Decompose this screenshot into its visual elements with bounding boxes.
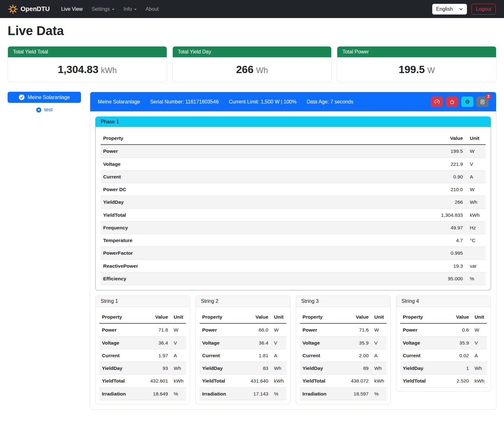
table-row: Irradiation18.597% [300, 387, 387, 400]
string-card-4: String 4 Property Value Unit [396, 296, 491, 392]
value-cell: 1,304.833 [319, 209, 465, 221]
property-cell: Current [400, 349, 444, 362]
table-row: YieldTotal438.072kWh [300, 375, 387, 387]
nav-item-settings[interactable]: Settings [87, 4, 119, 15]
sun-logo-icon [8, 4, 18, 14]
value-cell: 438.072 [340, 375, 371, 387]
property-cell: Temperature [101, 234, 319, 247]
page-title: Live Data [8, 24, 496, 38]
column-header-value: Value [319, 132, 465, 145]
navbar: OpenDTU Live View Settings Info About En… [0, 0, 504, 18]
brand[interactable]: OpenDTU [8, 4, 50, 14]
journal-text-icon [480, 99, 485, 104]
value-cell: 18.597 [340, 387, 371, 400]
string-card-3: String 3 Property Value Unit [296, 296, 391, 404]
unit-cell: % [171, 387, 186, 400]
unit-cell: Hz [465, 221, 486, 234]
property-cell: Efficiency [101, 272, 319, 285]
inverter-select-button-meine-solaranlage[interactable]: Meine Solaranlage [8, 92, 81, 103]
inverter-select-button-test[interactable]: test [8, 105, 81, 114]
value-cell: 2.00 [340, 349, 371, 362]
strings-row: String 1 Property Value Unit [95, 296, 491, 404]
limit-settings-button[interactable] [431, 97, 443, 107]
inverter-panel-header: Meine Solaranlage Serial Number: 1161716… [90, 92, 496, 111]
value-cell: 36.4 [240, 336, 271, 349]
power-button[interactable] [446, 97, 458, 107]
table-row: Irradiation17.143% [200, 387, 286, 400]
unit-cell: kWh [471, 375, 487, 387]
logout-button[interactable]: Logout [471, 4, 496, 15]
column-header-unit: Unit [271, 311, 286, 323]
value-cell: 0.02 [444, 349, 471, 362]
nav-item-info[interactable]: Info [119, 4, 141, 15]
summary-card-total-yield-day: Total Yield Day 266Wh [172, 46, 332, 82]
property-cell: Voltage [400, 336, 444, 349]
nav-item-live-view[interactable]: Live View [57, 4, 87, 15]
summary-card-title: Total Yield Day [173, 47, 332, 57]
unit-cell: V [471, 336, 487, 349]
string-table: Property Value Unit Power0.6WVoltage35.9… [400, 311, 487, 388]
language-select[interactable]: English [432, 4, 467, 15]
column-header-value: Value [444, 311, 471, 323]
property-cell: Power [99, 323, 139, 336]
string-card-title: String 3 [296, 296, 390, 307]
unit-cell: W [271, 323, 286, 336]
summary-card-value: 266 [236, 64, 253, 75]
value-cell: 1.97 [139, 349, 171, 362]
unit-cell: kWh [271, 375, 286, 387]
value-cell: 0.995 [319, 247, 465, 259]
value-cell: 18.649 [139, 387, 171, 400]
unit-cell: % [271, 387, 286, 400]
unit-cell: var [465, 259, 486, 272]
table-row: Irradiation18.649% [99, 387, 186, 400]
unit-cell: W [471, 323, 487, 336]
value-cell: 0.6 [444, 323, 471, 336]
summary-card-unit: Wh [256, 66, 268, 75]
column-header-property: Property [400, 311, 444, 323]
value-cell: 210.0 [319, 183, 465, 196]
table-row: Voltage36.4V [200, 336, 286, 349]
inverter-panel: Meine Solaranlage Serial Number: 1161716… [90, 92, 496, 410]
column-header-value: Value [340, 311, 371, 323]
property-cell: YieldTotal [300, 375, 340, 387]
table-row: Power71.6W [300, 323, 387, 336]
column-header-unit: Unit [371, 311, 387, 323]
unit-cell: % [371, 387, 387, 400]
device-info-button[interactable] [461, 97, 473, 107]
value-cell: 221.9 [319, 158, 465, 170]
unit-cell: W [465, 183, 486, 196]
property-cell: ReactivePower [101, 259, 319, 272]
unit-cell: Wh [465, 196, 486, 209]
table-row: Voltage221.9V [101, 158, 486, 170]
unit-cell: V [465, 158, 486, 170]
property-cell: Power [200, 323, 240, 336]
property-cell: Irradiation [300, 387, 340, 400]
unit-cell: Wh [371, 362, 387, 375]
event-log-button[interactable]: 2 [476, 97, 488, 107]
table-row: YieldDay1Wh [400, 362, 487, 375]
property-cell: Power [400, 323, 444, 336]
table-header-row: Property Value Unit [400, 311, 487, 323]
summary-card-title: Total Yield Total [8, 47, 167, 57]
property-cell: Frequency [101, 221, 319, 234]
table-header-row: Property Value Unit [300, 311, 387, 323]
value-cell: 266 [319, 196, 465, 209]
table-row: YieldTotal1,304.833kWh [101, 209, 486, 221]
summary-card-value: 199.5 [399, 64, 425, 75]
unit-cell: kWh [371, 375, 387, 387]
language-select-value: English [436, 6, 453, 12]
property-cell: Power [101, 145, 319, 158]
property-cell: YieldDay [99, 362, 139, 375]
nav-item-about[interactable]: About [141, 4, 163, 15]
table-row: ReactivePower19.3var [101, 259, 486, 272]
unit-cell: Wh [471, 362, 487, 375]
chevron-down-icon [459, 7, 463, 11]
property-cell: PowerFactor [101, 247, 319, 259]
unit-cell: A [271, 349, 286, 362]
unit-cell: % [465, 272, 486, 285]
property-cell: Voltage [99, 336, 139, 349]
table-header-row: Property Value Unit [99, 311, 186, 323]
string-table: Property Value Unit Power66.0WVoltage36.… [200, 311, 286, 400]
property-cell: Power [300, 323, 340, 336]
table-row: Power66.0W [200, 323, 286, 336]
